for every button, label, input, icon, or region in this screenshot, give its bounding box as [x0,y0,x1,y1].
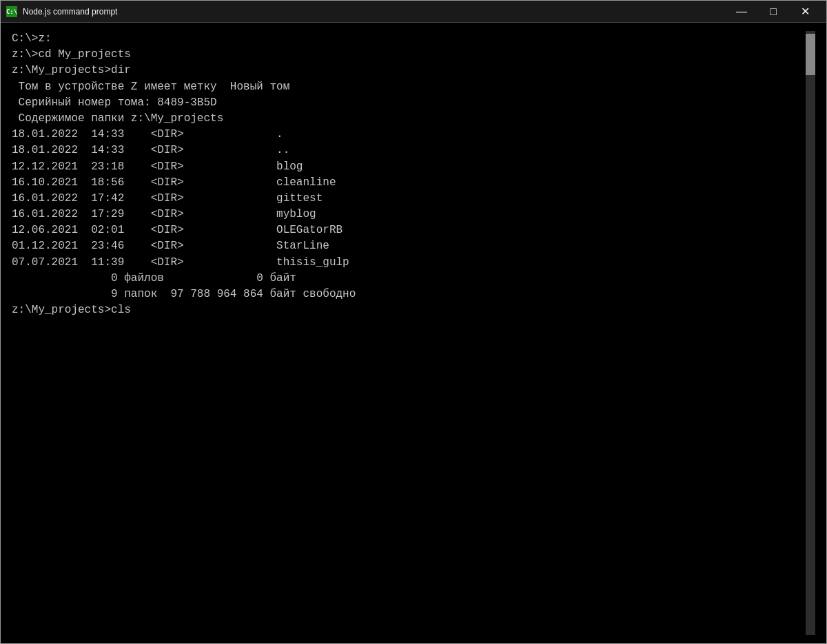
terminal-line: 16.01.2022 17:42 <DIR> gittest [12,191,806,207]
terminal-line: 16.01.2022 17:29 <DIR> myblog [12,207,806,222]
app-icon: C:\ [6,6,17,17]
terminal-line: 0 файлов 0 байт [12,271,806,287]
terminal-line: z:\>cd My_projects [12,47,806,63]
window-title: Node.js command prompt [23,7,726,17]
terminal-line: C:\>z: [12,31,806,47]
terminal-line: 18.01.2022 14:33 <DIR> .. [12,143,806,158]
terminal-line: Серийный номер тома: 8489-3B5D [12,95,806,111]
terminal-line: 16.10.2021 18:56 <DIR> cleanline [12,175,806,191]
terminal-body: C:\>z:z:\>cd My_projectsz:\My_projects>d… [1,23,826,643]
terminal-line: 12.06.2021 02:01 <DIR> OLEGatorRB [12,222,806,238]
terminal-line: 12.12.2021 23:18 <DIR> blog [12,159,806,175]
terminal-line: 9 папок 97 788 964 864 байт свободно [12,287,806,302]
minimize-button[interactable]: — [726,1,757,23]
terminal-line: z:\My_projects>dir [12,63,806,79]
terminal-line: 18.01.2022 14:33 <DIR> . [12,127,806,143]
terminal-line: Содержимое папки z:\My_projects [12,111,806,127]
window-controls: — □ ✕ [726,1,821,23]
terminal-line: 07.07.2021 11:39 <DIR> thisis_gulp [12,255,806,271]
terminal-line: Том в устройстве Z имеет метку Новый том [12,79,806,95]
close-button[interactable]: ✕ [789,1,821,23]
terminal-line: z:\My_projects>cls [12,302,806,318]
terminal-content[interactable]: C:\>z:z:\>cd My_projectsz:\My_projects>d… [12,31,806,635]
terminal-line: 01.12.2021 23:46 <DIR> StarLine [12,238,806,254]
terminal-window: C:\ Node.js command prompt — □ ✕ C:\>z:z… [0,0,827,644]
title-bar: C:\ Node.js command prompt — □ ✕ [1,1,826,23]
scrollbar-thumb[interactable] [806,34,815,75]
maximize-button[interactable]: □ [757,1,789,23]
scrollbar[interactable] [806,31,815,635]
